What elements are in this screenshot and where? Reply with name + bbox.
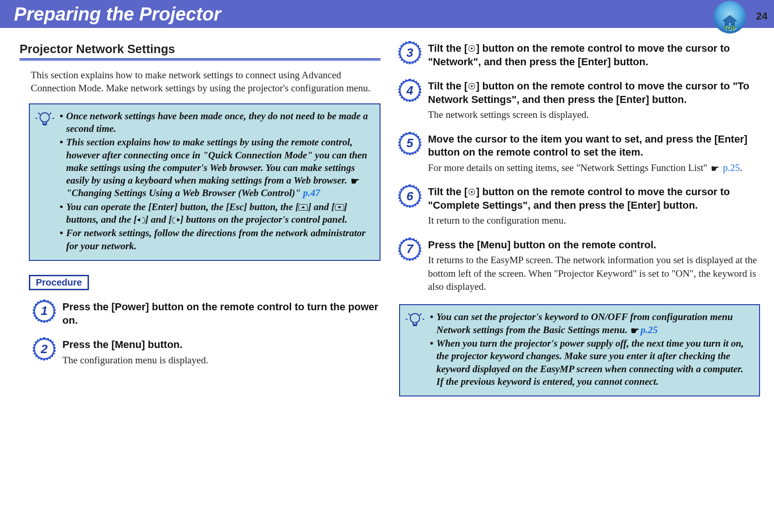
tip1-bullet1: Once network settings have been made onc…	[66, 110, 372, 136]
step5-sub: For more details on setting items, see "…	[428, 161, 760, 174]
step4-sub: The network settings screen is displayed…	[428, 108, 760, 121]
svg-line-3	[38, 113, 40, 115]
tilt-icon	[468, 82, 476, 90]
step-6: 6 Tilt the [] button on the remote contr…	[399, 185, 760, 227]
tip1-bullet3: You can operate the [Enter] button, the …	[66, 201, 372, 226]
step-5: 5 Move the cursor to the item you want t…	[399, 133, 760, 175]
keystone-wide-icon	[299, 204, 308, 211]
link-p25-a[interactable]: p.25	[723, 162, 740, 173]
step-2: 2 Press the [Menu] button. The configura…	[20, 338, 380, 367]
step-badge-1: 1	[34, 300, 55, 322]
tip-list-1: •Once network settings have been made on…	[60, 110, 372, 253]
step-1: 1 Press the [Power] button on the remote…	[20, 300, 380, 327]
svg-point-7	[410, 314, 420, 323]
step-badge-4: 4	[399, 80, 421, 101]
svg-point-1	[40, 113, 49, 122]
svg-line-9	[408, 314, 410, 315]
section-rule	[20, 58, 380, 61]
step-7: 7 Press the [Menu] button on the remote …	[399, 239, 760, 293]
tilt-icon	[468, 44, 476, 53]
pointer-icon: ☛	[631, 325, 639, 337]
tip2-bullet2: When you turn the projector's power supp…	[436, 337, 752, 388]
step6-sub: It return to the configuration menu.	[428, 214, 760, 227]
volume-down-icon	[137, 217, 145, 223]
procedure-label: Procedure	[29, 275, 89, 290]
step7-sub: It returns to the EasyMP screen. The net…	[428, 253, 760, 293]
tip-box-1: •Once network settings have been made on…	[29, 103, 380, 261]
tip-list-2: •You can set the projector's keyword to …	[430, 311, 752, 389]
keystone-narrow-icon	[335, 204, 344, 211]
left-column: Projector Network Settings This section …	[20, 42, 380, 410]
step-3: 3 Tilt the [] button on the remote contr…	[399, 42, 760, 68]
svg-line-10	[420, 314, 421, 315]
section-title: Projector Network Settings	[20, 42, 380, 56]
tip2-bullet1: You can set the projector's keyword to O…	[436, 311, 752, 336]
lightbulb-icon	[35, 110, 54, 129]
link-p25-b[interactable]: p.25	[640, 324, 658, 335]
step-4: 4 Tilt the [] button on the remote contr…	[399, 80, 760, 122]
svg-marker-0	[723, 15, 737, 25]
tip1-bullet2: This section explains how to make settin…	[66, 136, 372, 199]
right-column: 3 Tilt the [] button on the remote contr…	[399, 42, 760, 410]
top-badge[interactable]: TOP	[713, 1, 746, 34]
step-badge-5: 5	[399, 133, 421, 154]
step-badge-7: 7	[399, 239, 421, 260]
link-p47[interactable]: p.47	[303, 187, 320, 198]
step2-text: Press the [Menu] button.	[62, 338, 208, 352]
svg-line-4	[49, 113, 51, 115]
step4-text: Tilt the [] button on the remote control…	[428, 80, 760, 106]
pointer-icon: ☛	[711, 162, 720, 175]
page-title: Preparing the Projector	[14, 4, 221, 25]
step7-text: Press the [Menu] button on the remote co…	[428, 239, 760, 252]
lightbulb-icon	[406, 311, 424, 329]
step2-sub: The configuration menu is displayed.	[62, 354, 208, 367]
tip1-bullet4: For network settings, follow the directi…	[66, 227, 372, 252]
house-icon	[722, 14, 738, 26]
step-badge-2: 2	[34, 338, 55, 360]
step3-text: Tilt the [] button on the remote control…	[428, 42, 760, 68]
step5-text: Move the cursor to the item you want to …	[428, 133, 760, 159]
section-intro: This section explains how to make networ…	[20, 68, 380, 95]
pointer-icon: ☛	[351, 175, 360, 188]
tilt-icon	[468, 188, 476, 196]
tip-box-2: •You can set the projector's keyword to …	[399, 304, 760, 396]
top-label: TOP	[724, 25, 736, 32]
step-badge-3: 3	[399, 42, 421, 63]
page-header: Preparing the Projector TOP 24	[0, 0, 774, 28]
volume-up-icon	[172, 217, 180, 223]
step-badge-6: 6	[399, 185, 421, 207]
content-area: Projector Network Settings This section …	[0, 28, 774, 415]
page-number: 24	[756, 10, 767, 22]
step6-text: Tilt the [] button on the remote control…	[428, 185, 760, 212]
step1-text: Press the [Power] button on the remote c…	[62, 300, 380, 327]
